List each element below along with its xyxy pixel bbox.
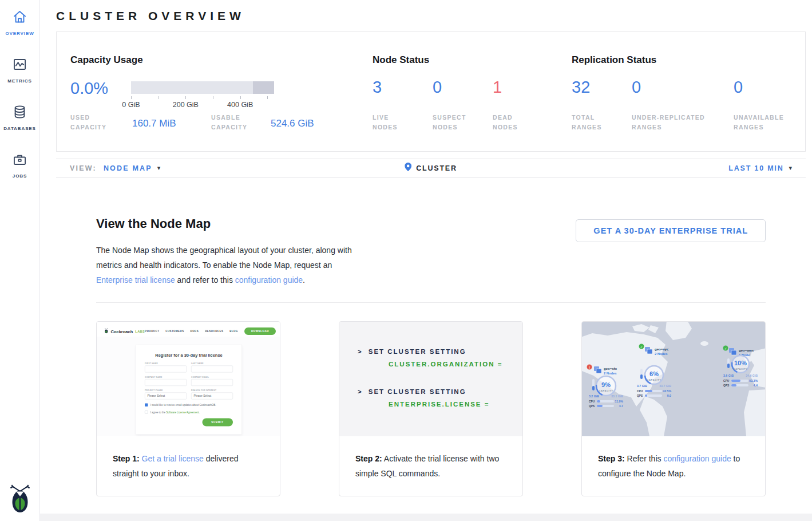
svg-text:QPS: QPS	[589, 405, 595, 408]
step3-card: ! geo=sfo 2 Nodes	[581, 321, 766, 496]
svg-text:3.6 GiB: 3.6 GiB	[723, 374, 734, 377]
page-title: CLUSTER OVERVIEW	[56, 9, 245, 23]
sql-argument: ENTERPRISE.LICENSE =	[389, 401, 522, 408]
axis-tick-label: 400 GiB	[227, 101, 253, 109]
step-text: Refer this	[625, 454, 664, 463]
chevron-down-icon: ▾	[157, 165, 161, 171]
database-icon	[12, 104, 27, 122]
svg-text:0.0: 0.0	[667, 394, 671, 397]
unavailable-ranges-label: UNAVAILABLE RANGES	[734, 113, 787, 132]
svg-text:geo=ams: geo=ams	[739, 349, 754, 352]
mini-field-label: COMPANY NAME	[145, 376, 187, 378]
mini-field-label: LAST NAME	[191, 362, 233, 365]
svg-text:4.7: 4.7	[619, 404, 623, 408]
svg-text:53.3%: 53.3%	[749, 379, 758, 382]
used-capacity-value: 160.7 MiB	[132, 118, 176, 129]
mini-download-button: DOWNLOAD	[244, 327, 276, 335]
time-range-dropdown[interactable]: LAST 10 MIN ▾	[728, 164, 792, 172]
svg-text:42.5%: 42.5%	[663, 389, 671, 393]
mini-field-label: PROJECT PHASE	[145, 389, 187, 392]
mini-checkbox-unchecked	[145, 411, 148, 414]
step2-caption: Step 2: Activate the trial license with …	[339, 436, 522, 481]
view-selected-value: NODE MAP	[104, 164, 152, 172]
dead-nodes-label: DEAD NODES	[493, 113, 529, 132]
sidebar-item-label: JOBS	[13, 173, 27, 179]
configuration-guide-link[interactable]: configuration guide	[235, 275, 303, 285]
under-replicated-count: 0	[632, 78, 641, 97]
metrics-icon	[12, 57, 27, 74]
svg-text:✓: ✓	[724, 347, 727, 350]
svg-text:2 Nodes: 2 Nodes	[604, 372, 617, 375]
mini-checkbox-label: I would like to receive email updates ab…	[150, 404, 216, 406]
unavailable-ranges-count: 0	[734, 78, 743, 97]
divider	[96, 302, 766, 303]
home-icon	[12, 9, 27, 27]
svg-text:3.7 GiB: 3.7 GiB	[637, 384, 647, 388]
sidebar-item-metrics[interactable]: METRICS	[7, 57, 31, 84]
get-enterprise-trial-button[interactable]: GET A 30-DAY ENTERPRISE TRIAL	[576, 219, 766, 242]
total-ranges-count: 32	[572, 78, 590, 97]
mini-checkbox-checked	[145, 404, 148, 407]
mini-field-label: FIRST NAME	[145, 362, 187, 365]
replication-status-title: Replication Status	[572, 54, 656, 66]
usable-capacity-value: 524.6 GiB	[271, 118, 314, 129]
enterprise-trial-license-link[interactable]: Enterprise trial license	[96, 275, 175, 285]
cluster-overview-page: OVERVIEW METRICS DATABASES JOBS	[0, 0, 812, 521]
svg-text:6%: 6%	[649, 370, 659, 377]
total-ranges-label: TOTAL RANGES	[572, 113, 608, 132]
svg-text:✓: ✓	[640, 345, 643, 349]
sidebar-item-databases[interactable]: DATABASES	[3, 104, 36, 131]
sidebar-item-jobs[interactable]: JOBS	[12, 152, 27, 179]
sidebar-item-label: DATABASES	[3, 126, 36, 131]
page-header: CLUSTER OVERVIEW	[40, 0, 812, 31]
step1-caption: Step 1: Get a trial license delivered st…	[97, 436, 280, 481]
cluster-summary-panel: Capacity Usage 0.0% 0 GiB 200 GiB 400 Gi…	[56, 31, 806, 152]
mini-trial-form: Register for a 30-day trial license FIRS…	[136, 345, 242, 435]
promo-heading: View the Node Map	[96, 216, 361, 231]
dead-nodes-count: 1	[493, 78, 502, 97]
step2-card: >SET CLUSTER SETTING CLUSTER.ORGANIZATIO…	[339, 321, 523, 496]
mini-form-title: Register for a 30-day trial license	[145, 353, 233, 358]
svg-text:geo=sfo: geo=sfo	[604, 367, 617, 370]
svg-text:2 Nodes: 2 Nodes	[655, 352, 668, 356]
svg-text:QPS: QPS	[723, 384, 730, 387]
svg-text:9%: 9%	[601, 381, 611, 388]
sql-command: SET CLUSTER SETTING	[369, 348, 466, 355]
node-status-title: Node Status	[373, 54, 429, 66]
view-selector-dropdown[interactable]: NODE MAP ▾	[104, 164, 161, 172]
promo-text: .	[303, 275, 305, 285]
svg-text:CAPACITY: CAPACITY	[647, 378, 661, 381]
axis-tick-label: 200 GiB	[173, 101, 199, 109]
svg-text:!: !	[589, 366, 590, 369]
cockroachdb-logo	[9, 483, 31, 515]
capacity-axis-labels: 0 GiB 200 GiB 400 GiB	[131, 101, 274, 110]
capacity-bar-dark-segment	[253, 81, 275, 94]
svg-text:geo=nyc: geo=nyc	[655, 348, 669, 351]
svg-text:34.6 GiB: 34.6 GiB	[746, 374, 758, 377]
mini-field-input	[145, 366, 187, 373]
mini-field-select: Please Select	[191, 393, 233, 400]
mini-field-input	[191, 366, 233, 373]
configuration-guide-link[interactable]: configuration guide	[663, 454, 731, 463]
mini-site-nav: PRODUCT CUSTOMERS DOCS RESOURCES BLOG	[145, 330, 238, 333]
mini-site-brand-suffix: LABS	[135, 330, 145, 333]
used-capacity-label: USED CAPACITY	[70, 113, 112, 132]
sidebar-item-overview[interactable]: OVERVIEW	[5, 9, 34, 36]
mini-checkbox-label: I agree to the Software License Agreemen…	[150, 411, 200, 413]
mini-nav-item: BLOG	[229, 330, 238, 333]
mini-field-input	[145, 379, 187, 386]
node-map-screenshot: ! geo=sfo 2 Nodes	[582, 322, 765, 436]
mini-site-brand: Cockroach	[111, 329, 133, 334]
capacity-usage-title: Capacity Usage	[70, 54, 143, 66]
steps-cards: Cockroach LABS PRODUCT CUSTOMERS DOCS RE…	[96, 321, 766, 496]
svg-text:CAPACITY: CAPACITY	[599, 389, 613, 392]
mini-field-input	[191, 379, 233, 386]
capacity-used-percent: 0.0%	[70, 79, 108, 98]
promo-description: The Node Map shows the geographical layo…	[96, 243, 361, 287]
capacity-axis-ticks	[131, 96, 274, 100]
briefcase-icon	[12, 152, 27, 169]
step1-card: Cockroach LABS PRODUCT CUSTOMERS DOCS RE…	[96, 321, 280, 496]
capacity-bar	[131, 81, 274, 94]
svg-text:3.2 GiB: 3.2 GiB	[589, 394, 599, 398]
get-trial-license-link[interactable]: Get a trial license	[142, 454, 204, 463]
